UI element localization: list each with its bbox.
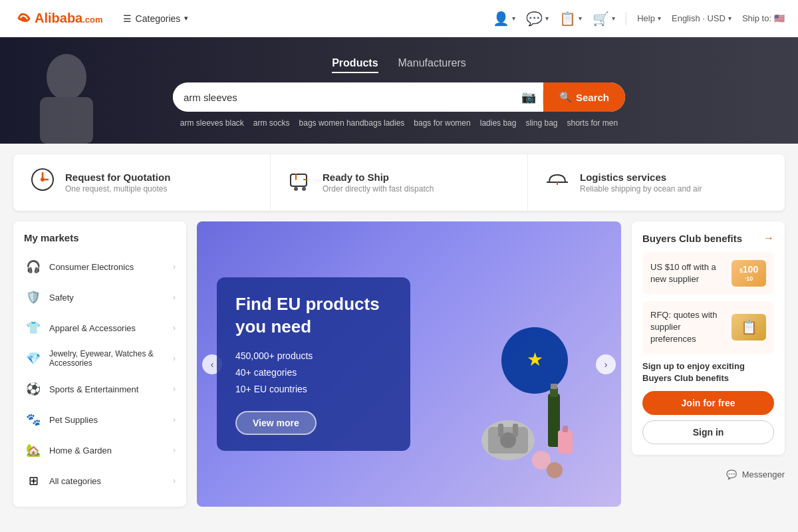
sidebar-item-all[interactable]: ⊞ All categories ›: [13, 466, 186, 496]
sidebar-item-apparel[interactable]: 👕 Apparel & Accessories ›: [13, 313, 186, 343]
header: Alibaba.com ☰ Categories ▾ 👤 ▾ 💬 ▾ 📋 ▾ 🛒…: [0, 0, 798, 37]
svg-point-5: [294, 187, 298, 191]
sidebar-item-sports[interactable]: ⚽ Sports & Entertainment ›: [13, 374, 186, 404]
home-icon: 🏡: [24, 441, 43, 460]
banner-products: ★: [428, 235, 614, 493]
banner-cta-button[interactable]: View more: [235, 411, 317, 435]
arrow-icon-2: ›: [173, 323, 176, 332]
search-suggestions: arm sleeves black arm socks bags women h…: [180, 118, 618, 128]
arrow-icon-6: ›: [173, 446, 176, 455]
orders-icon: 📋: [559, 11, 576, 27]
service-cards: Request for Quotation One request, multi…: [13, 154, 785, 211]
benefit-card-1[interactable]: US $10 off with a new supplier $100·10: [642, 252, 774, 295]
tab-products[interactable]: Products: [332, 57, 378, 73]
benefit2-text: RFQ: quotes with supplier preferences: [650, 309, 725, 346]
flag-icon: 🇺🇸: [774, 13, 785, 23]
all-categories-icon: ⊞: [24, 471, 43, 490]
logistics-title: Logistics services: [580, 172, 702, 183]
arrow-icon-4: ›: [173, 384, 176, 394]
search-input[interactable]: [173, 92, 515, 103]
sidebar-label-home: Home & Garden: [49, 446, 166, 456]
hero-section: Products Manufacturers 📷 🔍 Search arm sl…: [0, 37, 798, 144]
banner-box: Find EU products you need 450,000+ produ…: [217, 277, 410, 451]
svg-rect-12: [498, 424, 503, 437]
sidebar-label-all: All categories: [49, 476, 166, 486]
suggestion-2[interactable]: bags women handbags ladies: [299, 118, 405, 128]
sidebar-title: My markets: [13, 232, 186, 251]
buyers-club: Buyers Club benefits → US $10 off with a…: [632, 221, 785, 455]
svg-rect-18: [563, 426, 568, 432]
arrow-icon-7: ›: [173, 476, 176, 485]
arrow-icon-0: ›: [173, 262, 176, 271]
search-button[interactable]: 🔍 Search: [543, 82, 625, 112]
banner-products-svg: ★: [455, 307, 588, 493]
categories-button[interactable]: ☰ Categories ▾: [116, 9, 196, 28]
suggestion-0[interactable]: arm sleeves black: [180, 118, 244, 128]
suggestion-5[interactable]: sling bag: [525, 118, 557, 128]
jewelry-icon: 💎: [24, 349, 43, 368]
ship-to[interactable]: Ship to: 🇺🇸: [742, 13, 785, 23]
ready-to-ship-card[interactable]: Ready to Ship Order directly with fast d…: [271, 154, 528, 211]
messenger-bar[interactable]: 💬 Messenger: [632, 463, 785, 479]
cart-menu[interactable]: 🛒 ▾: [593, 11, 615, 27]
buyers-club-arrow[interactable]: →: [763, 232, 774, 244]
header-right: 👤 ▾ 💬 ▾ 📋 ▾ 🛒 ▾ Help ▾ English · USD ▾ S…: [493, 11, 785, 27]
sidebar-item-consumer-electronics[interactable]: 🎧 Consumer Electronics ›: [13, 251, 186, 282]
search-tabs: Products Manufacturers: [332, 57, 466, 73]
svg-rect-16: [551, 384, 557, 389]
benefit-card-2[interactable]: RFQ: quotes with supplier preferences 📋: [642, 301, 774, 354]
pet-icon: 🐾: [24, 410, 43, 429]
logo-icon: [13, 8, 35, 29]
banner: ‹ Find EU products you need 450,000+ pro…: [197, 221, 621, 507]
sidebar-item-safety[interactable]: 🛡️ Safety ›: [13, 282, 186, 313]
sidebar-item-home[interactable]: 🏡 Home & Garden ›: [13, 435, 186, 466]
suggestion-3[interactable]: bags for women: [414, 118, 470, 128]
language-menu[interactable]: English · USD ▾: [672, 13, 732, 23]
banner-next-button[interactable]: ›: [596, 354, 616, 374]
sign-in-button[interactable]: Sign in: [642, 420, 774, 444]
suggestion-1[interactable]: arm socks: [253, 118, 290, 128]
messages-menu[interactable]: 💬 ▾: [526, 11, 549, 27]
svg-text:★: ★: [526, 349, 543, 370]
benefit1-voucher: $100·10: [732, 260, 766, 287]
svg-point-6: [302, 187, 306, 191]
suggestion-6[interactable]: shorts for men: [567, 118, 618, 128]
search-button-label: Search: [576, 92, 609, 103]
logo-text: Alibaba.com: [35, 11, 103, 26]
user-icon: 👤: [493, 11, 509, 27]
buyers-club-title: Buyers Club benefits: [642, 233, 742, 244]
svg-point-3: [41, 178, 45, 182]
rfq-card[interactable]: Request for Quotation One request, multi…: [13, 154, 271, 211]
rfq-info: Request for Quotation One request, multi…: [65, 172, 170, 194]
sidebar-label-jewelry: Jewelry, Eyewear, Watches & Accessories: [49, 349, 166, 368]
banner-stat-2: 40+ categories: [235, 364, 392, 381]
apparel-icon: 👕: [24, 319, 43, 337]
help-menu[interactable]: Help ▾: [637, 13, 661, 23]
sidebar-label-consumer-electronics: Consumer Electronics: [49, 262, 166, 272]
help-label: Help: [637, 13, 655, 23]
logistics-desc: Reliable shipping by ocean and air: [580, 184, 702, 194]
cart-chevron: ▾: [612, 15, 615, 22]
sidebar-item-jewelry[interactable]: 💎 Jewelry, Eyewear, Watches & Accessorie…: [13, 343, 186, 374]
user-menu[interactable]: 👤 ▾: [493, 11, 515, 27]
orders-menu[interactable]: 📋 ▾: [559, 11, 582, 27]
signup-text: Sign up to enjoy exciting Buyers Club be…: [642, 360, 774, 384]
logistics-card[interactable]: Logistics services Reliable shipping by …: [528, 154, 785, 211]
menu-icon: ☰: [123, 13, 132, 24]
rfq-icon: [29, 166, 56, 199]
sidebar-label-pet: Pet Supplies: [49, 415, 166, 425]
sidebar-label-sports: Sports & Entertainment: [49, 384, 166, 394]
svg-point-20: [547, 462, 563, 478]
logo[interactable]: Alibaba.com: [13, 8, 103, 29]
user-chevron: ▾: [512, 15, 515, 22]
tab-manufacturers[interactable]: Manufacturers: [398, 57, 466, 73]
logistics-info: Logistics services Reliable shipping by …: [580, 172, 702, 194]
sidebar: My markets 🎧 Consumer Electronics › 🛡️ S…: [13, 221, 186, 507]
camera-search-icon[interactable]: 📷: [515, 90, 543, 104]
rfq-desc: One request, multiple quotes: [65, 184, 170, 194]
suggestion-4[interactable]: ladies bag: [480, 118, 517, 128]
sidebar-item-pet[interactable]: 🐾 Pet Supplies ›: [13, 404, 186, 435]
orders-chevron: ▾: [579, 15, 582, 22]
join-free-button[interactable]: Join for free: [642, 391, 774, 415]
messenger-icon: 💬: [726, 469, 737, 479]
